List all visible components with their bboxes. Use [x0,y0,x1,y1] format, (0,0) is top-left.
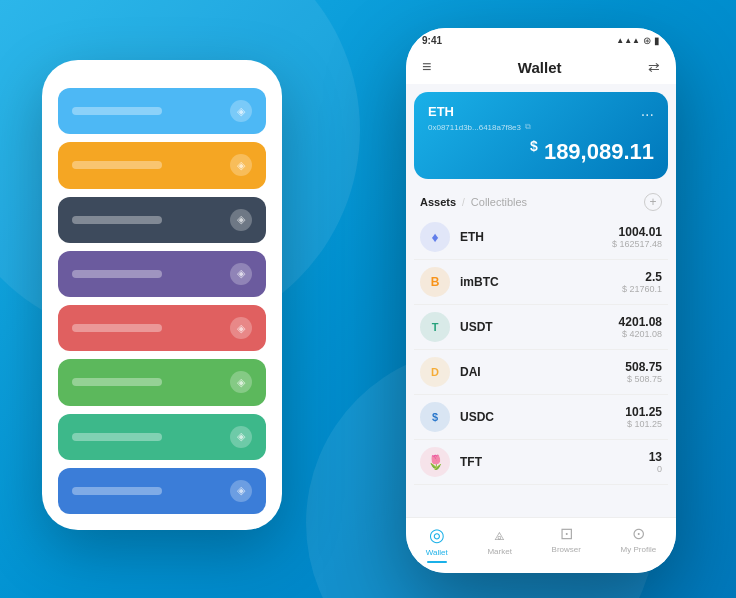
card-text [72,270,162,278]
back-phone: ◈ ◈ ◈ ◈ ◈ ◈ ◈ ◈ [42,60,282,530]
asset-usd: $ 101.25 [625,419,662,429]
front-phone: 9:41 ▲▲▲ ⊛ ▮ ≡ Wallet ⇄ ETH ... 0x08711d… [406,28,676,573]
imbtc-icon: B [420,267,450,297]
card-text [72,433,162,441]
list-item[interactable]: ◈ [58,468,266,514]
card-text [72,107,162,115]
balance-card-header: ETH ... [428,102,654,120]
asset-name: USDT [460,320,609,334]
card-icon: ◈ [230,426,252,448]
table-row[interactable]: B imBTC 2.5 $ 21760.1 [414,260,668,305]
menu-icon[interactable]: ≡ [422,58,431,76]
card-text [72,378,162,386]
coin-name: ETH [428,104,454,119]
asset-name: DAI [460,365,615,379]
card-icon: ◈ [230,480,252,502]
tab-collectibles[interactable]: Collectibles [471,196,527,208]
table-row[interactable]: 🌷 TFT 13 0 [414,440,668,485]
asset-values: 101.25 $ 101.25 [625,405,662,429]
active-indicator [427,561,447,563]
scan-icon[interactable]: ⇄ [648,59,660,75]
profile-nav-label: My Profile [621,545,657,554]
asset-amount: 1004.01 [612,225,662,239]
asset-usd: $ 508.75 [625,374,662,384]
wallet-nav-icon: ◎ [429,524,445,546]
more-options-icon[interactable]: ... [641,102,654,120]
card-icon: ◈ [230,154,252,176]
card-text [72,324,162,332]
balance-card: ETH ... 0x08711d3b...6418a7f8e3 ⧉ $ 189,… [414,92,668,179]
balance-amount: $ 189,089.11 [428,138,654,165]
asset-values: 1004.01 $ 162517.48 [612,225,662,249]
plus-icon: + [649,195,656,209]
list-item[interactable]: ◈ [58,88,266,134]
card-text [72,216,162,224]
market-nav-icon: ⟁ [494,524,505,545]
asset-name: USDC [460,410,615,424]
wifi-icon: ⊛ [643,35,651,46]
asset-usd: $ 4201.08 [619,329,662,339]
eth-icon: ♦ [420,222,450,252]
list-item[interactable]: ◈ [58,251,266,297]
signal-icon: ▲▲▲ [616,36,640,45]
tab-assets[interactable]: Assets [420,196,456,208]
card-text [72,161,162,169]
usdt-icon: T [420,312,450,342]
bottom-nav: ◎ Wallet ⟁ Market ⊡ Browser ⊙ My Profile [406,517,676,573]
address-text: 0x08711d3b...6418a7f8e3 [428,123,521,132]
asset-name: TFT [460,455,639,469]
balance-value: 189,089.11 [544,139,654,164]
status-time: 9:41 [422,35,442,46]
asset-values: 508.75 $ 508.75 [625,360,662,384]
card-icon: ◈ [230,371,252,393]
asset-amount: 4201.08 [619,315,662,329]
asset-usd: $ 21760.1 [622,284,662,294]
table-row[interactable]: $ USDC 101.25 $ 101.25 [414,395,668,440]
list-item[interactable]: ◈ [58,197,266,243]
browser-nav-label: Browser [552,545,581,554]
coin-address: 0x08711d3b...6418a7f8e3 ⧉ [428,122,654,132]
nav-profile[interactable]: ⊙ My Profile [621,524,657,563]
card-icon: ◈ [230,209,252,231]
profile-nav-icon: ⊙ [632,524,645,543]
status-bar: 9:41 ▲▲▲ ⊛ ▮ [406,28,676,52]
asset-usd: $ 162517.48 [612,239,662,249]
table-row[interactable]: D DAI 508.75 $ 508.75 [414,350,668,395]
nav-browser[interactable]: ⊡ Browser [552,524,581,563]
assets-header: Assets / Collectibles + [406,187,676,215]
table-row[interactable]: T USDT 4201.08 $ 4201.08 [414,305,668,350]
table-row[interactable]: ♦ ETH 1004.01 $ 162517.48 [414,215,668,260]
asset-values: 4201.08 $ 4201.08 [619,315,662,339]
asset-name: imBTC [460,275,612,289]
asset-list: ♦ ETH 1004.01 $ 162517.48 B imBTC 2.5 $ … [406,215,676,517]
card-icon: ◈ [230,317,252,339]
card-text [72,487,162,495]
asset-usd: 0 [649,464,662,474]
asset-amount: 508.75 [625,360,662,374]
browser-nav-icon: ⊡ [560,524,573,543]
wallet-nav-label: Wallet [426,548,448,557]
currency-symbol: $ [530,138,538,154]
card-icon: ◈ [230,100,252,122]
list-item[interactable]: ◈ [58,414,266,460]
tab-divider: / [462,197,465,208]
usdc-icon: $ [420,402,450,432]
add-asset-button[interactable]: + [644,193,662,211]
wallet-header: ≡ Wallet ⇄ [406,52,676,84]
nav-market[interactable]: ⟁ Market [487,524,511,563]
copy-icon[interactable]: ⧉ [525,122,531,132]
status-icons: ▲▲▲ ⊛ ▮ [616,35,660,46]
battery-icon: ▮ [654,35,660,46]
dai-icon: D [420,357,450,387]
tft-icon: 🌷 [420,447,450,477]
list-item[interactable]: ◈ [58,359,266,405]
asset-values: 13 0 [649,450,662,474]
list-item[interactable]: ◈ [58,305,266,351]
list-item[interactable]: ◈ [58,142,266,188]
assets-tabs: Assets / Collectibles [420,196,527,208]
asset-amount: 13 [649,450,662,464]
asset-amount: 101.25 [625,405,662,419]
nav-wallet[interactable]: ◎ Wallet [426,524,448,563]
asset-values: 2.5 $ 21760.1 [622,270,662,294]
market-nav-label: Market [487,547,511,556]
